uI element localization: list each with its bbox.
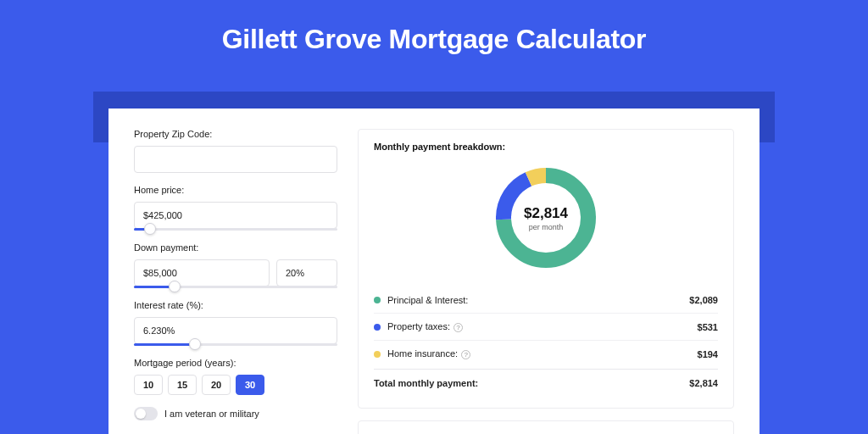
period-field: Mortgage period (years): 10152030	[134, 358, 337, 395]
price-slider[interactable]	[134, 228, 337, 231]
legend-label: Principal & Interest:	[387, 295, 689, 305]
period-buttons: 10152030	[134, 375, 337, 395]
legend-dot	[374, 324, 381, 331]
legend-row: Principal & Interest:$2,089	[374, 287, 718, 314]
total-value: $2,814	[689, 378, 718, 388]
period-button-20[interactable]: 20	[202, 375, 231, 395]
calculator-card: Property Zip Code: Home price: Down paym…	[108, 108, 760, 434]
zip-label: Property Zip Code:	[134, 129, 337, 139]
price-input[interactable]	[134, 202, 337, 229]
zip-input[interactable]	[134, 146, 337, 173]
legend-value: $2,089	[689, 295, 718, 305]
total-row: Total monthly payment: $2,814	[374, 369, 718, 396]
donut-amount: $2,814	[524, 205, 568, 222]
legend-value: $531	[698, 322, 718, 332]
zip-field: Property Zip Code:	[134, 129, 337, 173]
down-pct-input[interactable]	[276, 259, 337, 287]
veteran-toggle[interactable]	[134, 407, 158, 420]
price-label: Home price:	[134, 185, 337, 195]
breakdown-title: Monthly payment breakdown:	[374, 142, 718, 152]
price-field: Home price:	[134, 185, 337, 231]
down-label: Down payment:	[134, 242, 337, 253]
veteran-row: I am veteran or military	[134, 407, 337, 420]
form-column: Property Zip Code: Home price: Down paym…	[134, 129, 337, 434]
period-button-10[interactable]: 10	[134, 375, 163, 395]
legend-row: Home insurance:?$194	[374, 341, 718, 367]
down-slider-thumb[interactable]	[169, 281, 181, 292]
legend: Principal & Interest:$2,089Property taxe…	[374, 287, 718, 367]
results-column: Monthly payment breakdown: $2,814 per mo…	[358, 129, 734, 434]
legend-value: $194	[698, 349, 718, 359]
legend-dot	[374, 351, 381, 358]
period-button-15[interactable]: 15	[168, 375, 197, 395]
breakdown-panel: Monthly payment breakdown: $2,814 per mo…	[358, 129, 734, 409]
page-title: Gillett Grove Mortgage Calculator	[0, 0, 868, 72]
total-label: Total monthly payment:	[374, 378, 689, 388]
price-slider-thumb[interactable]	[144, 223, 156, 235]
down-amount-input[interactable]	[134, 259, 270, 287]
info-icon[interactable]: ?	[453, 323, 463, 332]
veteran-label: I am veteran or military	[164, 409, 259, 419]
legend-label: Property taxes:?	[387, 321, 698, 332]
down-slider[interactable]	[134, 286, 337, 288]
donut-wrap: $2,814 per month	[374, 160, 718, 287]
legend-row: Property taxes:?$531	[374, 314, 718, 341]
rate-label: Interest rate (%):	[134, 300, 337, 310]
down-field: Down payment:	[134, 242, 337, 288]
period-button-30[interactable]: 30	[236, 375, 264, 395]
rate-slider[interactable]	[134, 343, 337, 346]
rate-slider-fill	[134, 343, 195, 346]
legend-label: Home insurance:?	[387, 348, 698, 359]
rate-slider-thumb[interactable]	[189, 338, 201, 350]
donut-sub: per month	[529, 223, 564, 231]
rate-input[interactable]	[134, 317, 337, 344]
rate-field: Interest rate (%):	[134, 300, 337, 346]
info-icon[interactable]: ?	[461, 350, 470, 359]
period-label: Mortgage period (years):	[134, 358, 337, 368]
amortization-panel: Amortization for mortgage loan Amortizat…	[358, 420, 734, 434]
legend-dot	[374, 297, 381, 303]
donut-chart: $2,814 per month	[492, 164, 600, 272]
